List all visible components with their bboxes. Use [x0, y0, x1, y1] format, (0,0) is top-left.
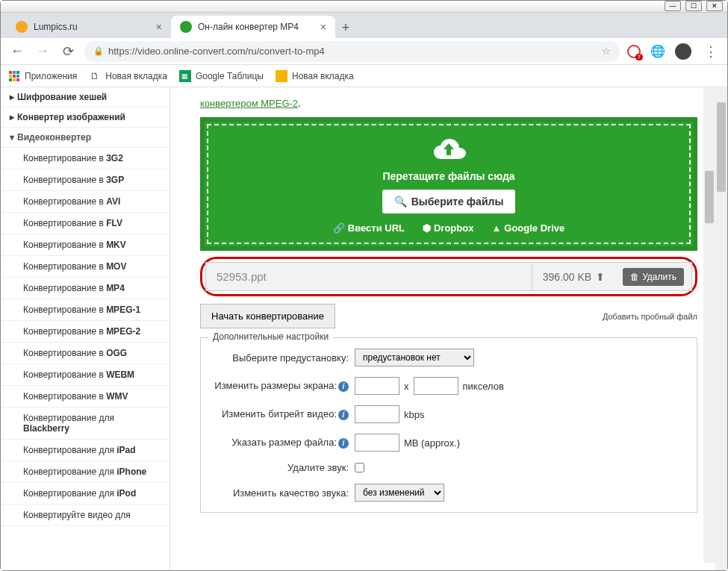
scrollbar-thumb[interactable]	[717, 102, 726, 192]
sidebar-item[interactable]: Конвертирование в MPEG-2	[1, 321, 169, 343]
removeaudio-checkbox[interactable]	[355, 463, 364, 472]
forward-button[interactable]: →	[34, 43, 52, 60]
gdrive-icon: ▲	[491, 222, 501, 234]
sidebar-cat-hash[interactable]: ▸Шифрование хешей	[1, 87, 169, 107]
search-icon: 🔍	[394, 196, 407, 208]
preset-label: Выберите предустановку:	[213, 352, 355, 363]
enter-url-link[interactable]: 🔗Ввести URL	[333, 222, 405, 234]
dropbox-icon: ⬢	[423, 222, 431, 234]
scrollbar-thumb[interactable]	[705, 171, 714, 223]
filesize-label: Указать размер файла:	[231, 437, 337, 448]
chevron-down-icon: ▾	[10, 132, 14, 143]
opera-extension-icon[interactable]: 7	[627, 45, 641, 58]
svg-rect-6	[16, 75, 19, 78]
sidebar-cat-video[interactable]: ▾Видеоконвертер	[1, 128, 169, 148]
info-icon[interactable]: i	[338, 381, 349, 392]
tab-close-icon[interactable]: ×	[156, 21, 162, 33]
trash-icon: 🗑	[630, 272, 639, 282]
scrollbar[interactable]	[715, 87, 727, 570]
info-icon[interactable]: i	[338, 438, 349, 449]
tab-close-icon[interactable]: ×	[320, 21, 326, 33]
chevron-right-icon: ▸	[10, 112, 14, 122]
sidebar-item[interactable]: Конвертирование в MP4	[1, 278, 169, 299]
start-convert-button[interactable]: Начать конвертирование	[200, 304, 335, 328]
page-icon	[276, 70, 287, 82]
window-close-button[interactable]: ✕	[706, 1, 723, 11]
mpeg2-link[interactable]: конвертером MPEG-2	[200, 98, 298, 109]
favicon-icon	[180, 21, 192, 33]
bookmarks-bar: Приложения 🗋 Новая вкладка ▦ Google Табл…	[1, 65, 727, 87]
file-name: 52953.ppt	[206, 263, 532, 290]
tab-converter[interactable]: Он-лайн конвертер MP4 ×	[171, 16, 335, 38]
bookmark-star-icon[interactable]: ☆	[602, 46, 611, 57]
bookmark-newtab2[interactable]: Новая вкладка	[276, 70, 354, 82]
bookmark-newtab1[interactable]: 🗋 Новая вкладка	[89, 70, 167, 82]
choose-files-button[interactable]: 🔍 Выберите файлы	[382, 190, 516, 213]
sidebar-item[interactable]: Конвертирование в MOV	[1, 256, 169, 278]
sidebar-item[interactable]: Конвертирование в 3GP	[1, 169, 169, 191]
removeaudio-label: Удалите звук:	[213, 462, 355, 473]
window-scrollbar[interactable]	[703, 87, 715, 563]
sidebar-item[interactable]: Конвертирование для Blackberry	[1, 408, 169, 440]
sidebar-item[interactable]: Конвертирование в FLV	[1, 213, 169, 234]
window-titlebar: — ☐ ✕	[1, 1, 727, 13]
sidebar-item[interactable]: Конвертирование для iPad	[1, 440, 169, 461]
reload-button[interactable]: ⟳	[59, 43, 77, 60]
page-icon: 🗋	[89, 70, 101, 82]
info-icon[interactable]: i	[338, 410, 349, 420]
menu-button[interactable]: ⋮	[702, 43, 720, 60]
back-button[interactable]: ←	[8, 43, 26, 60]
bookmark-sheets[interactable]: ▦ Google Таблицы	[179, 70, 264, 82]
width-input[interactable]	[355, 377, 399, 395]
sidebar-item[interactable]: Конвертирование в OGG	[1, 343, 169, 364]
uploaded-file-row: 52953.ppt 396.00 KB ⬆ 🗑 Удалить	[205, 262, 692, 291]
height-input[interactable]	[414, 377, 458, 395]
sidebar-item[interactable]: Конвертирование в 3G2	[1, 148, 169, 169]
tab-title: Lumpics.ru	[34, 22, 78, 32]
file-row-highlight: 52953.ppt 396.00 KB ⬆ 🗑 Удалить	[200, 257, 697, 296]
sidebar-item[interactable]: Конвертирование в MPEG-1	[1, 299, 169, 321]
filesize-input[interactable]	[355, 434, 399, 452]
svg-rect-8	[13, 78, 16, 81]
dropzone[interactable]: Перетащите файлы сюда 🔍 Выберите файлы 🔗…	[200, 117, 697, 251]
profile-avatar[interactable]	[675, 43, 691, 60]
add-trial-link[interactable]: Добавить пробный файл	[603, 312, 697, 321]
svg-rect-7	[9, 78, 12, 81]
sidebar-item[interactable]: Конвертируйте видео для	[1, 505, 169, 526]
additional-settings: Дополнительные настройки Выберите предус…	[200, 337, 697, 513]
preset-select[interactable]: предустановок нет	[355, 349, 474, 366]
file-size: 396.00 KB ⬆	[532, 263, 615, 290]
sidebar-cat-images[interactable]: ▸Конвертер изображений	[1, 107, 169, 128]
window-minimize-button[interactable]: —	[665, 1, 681, 11]
sidebar-item[interactable]: Конвертирование для iPod	[1, 483, 169, 505]
new-tab-button[interactable]: +	[335, 17, 356, 38]
tab-title: Он-лайн конвертер MP4	[198, 22, 299, 32]
window-maximize-button[interactable]: ☐	[685, 1, 702, 11]
tabstrip: Lumpics.ru × Он-лайн конвертер MP4 × +	[1, 13, 727, 38]
svg-rect-9	[16, 78, 19, 81]
delete-file-button[interactable]: 🗑 Удалить	[623, 268, 684, 286]
sidebar-item[interactable]: Конвертирование в WEBM	[1, 364, 169, 386]
address-input[interactable]: 🔒 https://video.online-convert.com/ru/co…	[84, 41, 620, 62]
sidebar[interactable]: ▸Шифрование хешей ▸Конвертер изображений…	[1, 87, 170, 570]
sidebar-item[interactable]: Конвертирование в AVI	[1, 191, 169, 213]
svg-rect-4	[9, 75, 12, 78]
audioquality-select[interactable]: без изменений	[355, 484, 444, 502]
apps-button[interactable]: Приложения	[8, 70, 77, 82]
bitrate-input[interactable]	[355, 405, 399, 423]
link-icon: 🔗	[333, 222, 345, 234]
gdrive-link[interactable]: ▲Google Drive	[491, 222, 564, 234]
lock-icon: 🔒	[93, 46, 104, 56]
svg-rect-1	[9, 71, 12, 74]
badge: 7	[635, 54, 643, 60]
bitrate-label: Изменить битрейт видео:	[222, 408, 337, 419]
url-bar: ← → ⟳ 🔒 https://video.online-convert.com…	[1, 38, 727, 65]
globe-extension-icon[interactable]: 🌐	[651, 45, 665, 58]
dropbox-link[interactable]: ⬢Dropbox	[423, 222, 473, 234]
tab-lumpics[interactable]: Lumpics.ru ×	[7, 16, 171, 38]
resize-label: Изменить размеры экрана:	[214, 380, 337, 391]
sidebar-item[interactable]: Конвертирование в WMV	[1, 386, 169, 408]
sidebar-item[interactable]: Конвертирование в MKV	[1, 234, 169, 256]
sidebar-item[interactable]: Конвертирование для iPhone	[1, 461, 169, 483]
sheets-icon: ▦	[179, 70, 191, 82]
